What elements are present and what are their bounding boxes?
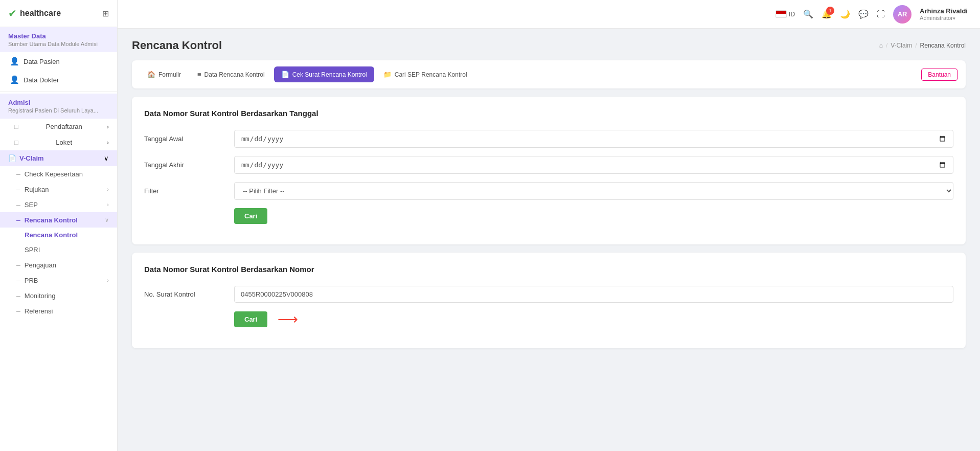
logo-text: healthcare (20, 9, 61, 18)
user-info: Arhinza Rivaldi Administrator▾ (920, 7, 968, 21)
sidebar-item-data-pasien[interactable]: 👤 Data Pasien (0, 52, 117, 71)
chevron-right-icon: › (107, 123, 109, 130)
card-by-date: Data Nomor Surat Kontrol Berdasarkan Tan… (132, 97, 966, 244)
sidebar-item-pendaftaran[interactable]: □ Pendaftaran › (0, 119, 117, 134)
sidebar-item-sep[interactable]: – SEP › (0, 197, 117, 212)
sidebar-item-loket[interactable]: □ Loket › (0, 134, 117, 150)
cari-button-2[interactable]: Cari (234, 311, 267, 327)
page-header: Rencana Kontrol ⌂ / V-Claim / Rencana Ko… (132, 39, 966, 52)
prb-label: PRB (25, 277, 38, 284)
breadcrumb-vclaim[interactable]: V-Claim (891, 42, 912, 49)
sidebar-item-rencana-kontrol[interactable]: – Rencana Kontrol ∨ (0, 212, 117, 228)
notification-icon[interactable]: 🔔 1 (822, 9, 832, 19)
data-dokter-label: Data Dokter (24, 76, 59, 84)
vclaim-icon: 📄 (8, 154, 16, 162)
card-1-title: Data Nomor Surat Kontrol Berdasarkan Tan… (144, 109, 953, 118)
tab-formulir-label: Formulir (158, 71, 181, 78)
chevron-down-icon: ∨ (104, 154, 109, 162)
sidebar-item-data-dokter[interactable]: 👤 Data Dokter (0, 71, 117, 89)
master-data-sub: Sumber Utama Data Module Admisi (8, 41, 109, 47)
logo-area: ✔ healthcare (8, 7, 61, 19)
sidebar-item-referensi[interactable]: – Referensi (0, 303, 117, 319)
sidebar-item-rujukan[interactable]: – Rujukan › (0, 182, 117, 197)
check-kepesertaan-label: Check Kepesertaan (25, 170, 83, 178)
chevron-right-rujukan: › (107, 186, 109, 192)
form-row-no-surat: No. Surat Kontrol (144, 286, 953, 303)
chevron-down-rencana: ∨ (105, 217, 109, 223)
notification-badge: 1 (826, 7, 834, 15)
dash-monitoring: – (16, 291, 20, 300)
vclaim-title: 📄 V-Claim (8, 154, 44, 162)
avatar[interactable]: AR (893, 5, 911, 24)
doc-tab-icon: 📄 (281, 71, 289, 78)
vclaim-section-header[interactable]: 📄 V-Claim ∨ (0, 150, 117, 166)
page-content: Rencana Kontrol ⌂ / V-Claim / Rencana Ko… (118, 29, 980, 451)
dash-icon: □ (14, 123, 18, 130)
fullscreen-icon[interactable]: ⛶ (877, 10, 885, 19)
page-title: Rencana Kontrol (132, 39, 222, 52)
filter-select[interactable]: -- Pilih Filter -- (234, 182, 953, 200)
rujukan-label: Rujukan (25, 186, 49, 193)
dash-referensi: – (16, 307, 20, 315)
card-by-number: Data Nomor Surat Kontrol Berdasarkan Nom… (132, 253, 966, 348)
filter-label: Filter (144, 187, 226, 195)
tab-cari-sep[interactable]: 📁 Cari SEP Rencana Kontrol (376, 66, 474, 82)
app-header: ID 🔍 🔔 1 🌙 💬 ⛶ AR Arhinza Rivaldi Admini… (118, 0, 980, 29)
list-tab-icon: ≡ (197, 71, 201, 78)
chevron-right-prb: › (107, 277, 109, 283)
chevron-right-icon-2: › (107, 139, 109, 146)
sep-label: SEP (25, 201, 38, 209)
home-icon: ⌂ (879, 42, 883, 49)
form-row-cari-1: Cari (144, 208, 953, 224)
sidebar-item-monitoring[interactable]: – Monitoring (0, 288, 117, 303)
sidebar-item-prb[interactable]: – PRB › (0, 273, 117, 288)
no-surat-kontrol-input[interactable] (234, 286, 953, 303)
sidebar-item-check-kepesertaan[interactable]: – Check Kepesertaan (0, 166, 117, 182)
breadcrumb-current: Rencana Kontrol (920, 42, 966, 49)
breadcrumb-sep-2: / (915, 42, 917, 49)
loket-label: Loket (56, 139, 72, 146)
form-row-tanggal-akhir: Tanggal Akhir (144, 156, 953, 174)
sidebar-item-spri[interactable]: SPRI (0, 242, 117, 257)
tanggal-awal-input[interactable] (234, 130, 953, 148)
search-icon-btn[interactable]: 🔍 (803, 9, 813, 19)
tab-cek-surat[interactable]: 📄 Cek Surat Rencana Kontrol (274, 66, 374, 82)
tab-data-rencana-kontrol[interactable]: ≡ Data Rencana Kontrol (190, 66, 272, 82)
tab-formulir[interactable]: 🏠 Formulir (140, 66, 188, 82)
chat-icon[interactable]: 💬 (858, 9, 869, 19)
pengajuan-label: Pengajuan (25, 261, 56, 269)
tab-cek-surat-label: Cek Surat Rencana Kontrol (292, 71, 367, 78)
cari-button-1[interactable]: Cari (234, 208, 267, 224)
rencana-kontrol-child-label: Rencana Kontrol (25, 231, 78, 239)
monitoring-label: Monitoring (25, 292, 56, 300)
no-surat-label: No. Surat Kontrol (144, 290, 226, 298)
red-arrow-annotation: ⟵ (278, 311, 298, 328)
pendaftaran-label: Pendaftaran (46, 123, 82, 130)
dash-prb: – (16, 276, 20, 284)
loket-icon: □ (14, 139, 18, 146)
dash-rencana-kontrol: – (16, 216, 20, 224)
person-icon-2: 👤 (10, 75, 19, 84)
sidebar-item-rencana-kontrol-child[interactable]: Rencana Kontrol (0, 228, 117, 242)
lang-label: ID (789, 11, 795, 18)
tanggal-akhir-input[interactable] (234, 156, 953, 174)
chevron-right-sep: › (107, 201, 109, 208)
flag-icon (776, 10, 787, 18)
data-pasien-label: Data Pasien (24, 58, 60, 65)
rencana-kontrol-label: Rencana Kontrol (25, 216, 78, 224)
sidebar-logo: ✔ healthcare ⊞ (0, 0, 117, 27)
folder-tab-icon: 📁 (383, 71, 392, 78)
dash-check: – (16, 170, 20, 178)
language-selector[interactable]: ID (776, 10, 795, 18)
divider-1 (0, 91, 117, 92)
dark-mode-icon[interactable]: 🌙 (840, 9, 850, 19)
sidebar-item-pengajuan[interactable]: – Pengajuan (0, 257, 117, 273)
tabs-bar: 🏠 Formulir ≡ Data Rencana Kontrol 📄 Cek … (132, 60, 966, 88)
tab-cari-sep-label: Cari SEP Rencana Kontrol (395, 71, 467, 78)
grid-icon[interactable]: ⊞ (102, 9, 109, 18)
tab-data-rencana-label: Data Rencana Kontrol (204, 71, 265, 78)
username: Arhinza Rivaldi (920, 7, 968, 15)
cari-2-wrapper: Cari ⟵ (234, 311, 298, 328)
bantuan-button[interactable]: Bantuan (921, 69, 958, 81)
dash-pengajuan: – (16, 261, 20, 269)
